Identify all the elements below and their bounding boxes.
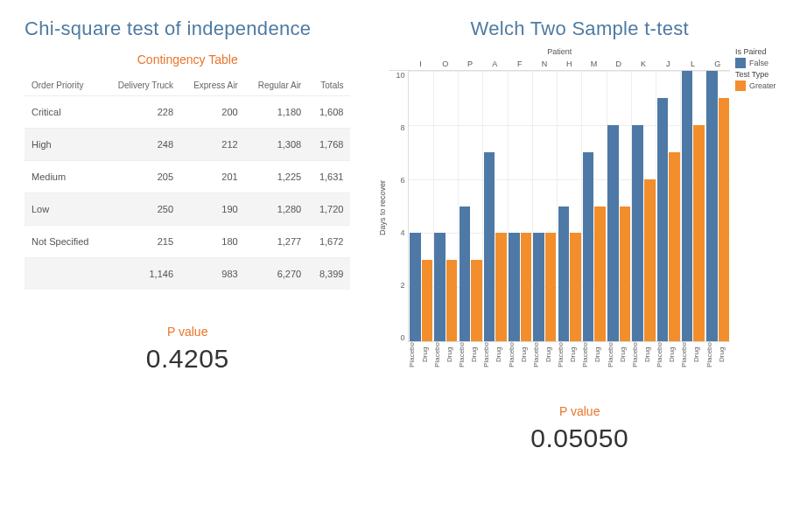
- facet: [632, 71, 656, 341]
- chart-inner: Patient IOPAFNHMDKJLG 1086420 PlaceboDru…: [389, 46, 730, 369]
- x-tick-pair: PlaceboDrug: [581, 342, 606, 369]
- legend-swatch: [735, 80, 746, 91]
- table-header: Express Air: [180, 75, 245, 96]
- x-tick-label: Placebo: [508, 342, 520, 369]
- x-tick-label: Drug: [692, 342, 705, 369]
- table-cell: 1,225: [245, 161, 308, 193]
- x-tick-label: Drug: [470, 342, 482, 369]
- table-cell: 248: [103, 129, 180, 161]
- table-row: Low2501901,2801,720: [25, 193, 350, 226]
- right-pvalue-block: P value 0.05050: [376, 404, 782, 453]
- table-row: 1,1469836,2708,399: [25, 258, 350, 290]
- x-tick-pair: PlaceboDrug: [482, 342, 507, 369]
- table-cell: 1,720: [308, 193, 350, 226]
- row-label: Critical: [25, 96, 103, 129]
- facet: [681, 71, 705, 341]
- table-cell: 1,280: [245, 193, 308, 226]
- legend: Is PairedFalseTest TypeGreater: [730, 46, 782, 369]
- table-cell: 215: [103, 226, 180, 258]
- right-title: Welch Two Sample t-test: [376, 18, 782, 40]
- table-cell: 1,308: [245, 129, 308, 161]
- x-ticks: PlaceboDrugPlaceboDrugPlaceboDrugPlacebo…: [389, 342, 730, 369]
- x-tick-label: Drug: [421, 342, 433, 369]
- bar-placebo: [682, 71, 693, 341]
- table-header: Delivery Truck: [103, 75, 180, 96]
- x-tick-label: Drug: [593, 342, 606, 369]
- bar-drug: [620, 206, 631, 342]
- bar-chart: Days to recover Patient IOPAFNHMDKJLG 10…: [376, 46, 782, 369]
- x-tick-label: Placebo: [680, 342, 692, 369]
- pvalue-number-right: 0.05050: [376, 424, 782, 453]
- table-cell: 1,146: [103, 258, 180, 290]
- y-axis-label: Days to recover: [376, 80, 389, 334]
- table-cell: 201: [180, 161, 245, 193]
- bar-placebo: [533, 233, 544, 341]
- x-tick-label: Drug: [718, 342, 730, 369]
- facet-label: I: [408, 58, 432, 70]
- facet: [483, 71, 508, 341]
- bar-drug: [693, 125, 705, 341]
- bar-drug: [521, 233, 532, 341]
- left-pvalue-block: P value 0.4205: [25, 325, 350, 374]
- table-row: Not Specified2151801,2771,672: [25, 226, 350, 258]
- facet: [459, 71, 483, 341]
- x-tick-pair: PlaceboDrug: [656, 342, 680, 369]
- facet-label: L: [680, 58, 705, 70]
- legend-title: Test Type: [735, 70, 782, 79]
- y-tick: 2: [389, 281, 404, 290]
- x-tick-pair: PlaceboDrug: [557, 342, 581, 369]
- table-cell: 1,180: [245, 96, 308, 129]
- row-label: Low: [25, 193, 103, 226]
- bar-placebo: [583, 152, 594, 341]
- bar-drug: [669, 152, 680, 341]
- dashboard: Chi-square test of independence Continge…: [0, 0, 800, 532]
- table-cell: 205: [103, 161, 180, 193]
- table-cell: 1,672: [308, 226, 350, 258]
- x-tick-label: Drug: [643, 342, 656, 369]
- x-tick-pair: PlaceboDrug: [631, 342, 656, 369]
- table-header: Regular Air: [245, 75, 308, 96]
- bar-drug: [471, 260, 482, 341]
- table-row: Critical2282001,1801,608: [25, 96, 350, 129]
- legend-swatch: [735, 58, 746, 68]
- table-cell: 212: [180, 129, 245, 161]
- table-cell: 8,399: [308, 258, 350, 290]
- x-tick-pair: PlaceboDrug: [433, 342, 458, 369]
- y-tick: 10: [389, 71, 404, 80]
- facet: [582, 71, 607, 341]
- x-tick-label: Drug: [544, 342, 557, 369]
- pvalue-label: P value: [25, 325, 350, 339]
- x-tick-pair: PlaceboDrug: [705, 342, 730, 369]
- bar-placebo: [706, 71, 718, 341]
- x-tick-label: Placebo: [557, 342, 569, 369]
- table-cell: 6,270: [245, 258, 308, 290]
- x-tick-pair: PlaceboDrug: [508, 342, 532, 369]
- bar-placebo: [484, 152, 495, 341]
- facet-label: G: [705, 58, 730, 70]
- x-tick-label: Placebo: [631, 342, 643, 369]
- table-cell: 1,768: [308, 129, 350, 161]
- x-tick-label: Placebo: [408, 342, 420, 369]
- facet: [434, 71, 459, 341]
- y-tick: 6: [389, 176, 404, 185]
- table-cell: 250: [103, 193, 180, 226]
- x-tick-label: Drug: [520, 342, 532, 369]
- bar-placebo: [558, 206, 570, 342]
- legend-title: Is Paired: [735, 47, 782, 56]
- bar-drug: [644, 179, 656, 341]
- x-tick-label: Drug: [495, 342, 507, 369]
- bar-drug: [570, 233, 581, 341]
- row-label: Not Specified: [25, 226, 103, 258]
- legend-item: Greater: [735, 80, 782, 91]
- x-tick-label: Placebo: [532, 342, 544, 369]
- table-cell: 1,277: [245, 226, 308, 258]
- facet-title: Patient: [389, 46, 730, 58]
- facet-header: IOPAFNHMDKJLG: [389, 58, 730, 71]
- x-tick-pair: PlaceboDrug: [408, 342, 432, 369]
- x-tick-label: Drug: [668, 342, 680, 369]
- bar-drug: [719, 98, 730, 341]
- facet-label: A: [482, 58, 507, 70]
- facet: [607, 71, 632, 341]
- bar-placebo: [434, 233, 446, 341]
- x-tick-label: Placebo: [458, 342, 470, 369]
